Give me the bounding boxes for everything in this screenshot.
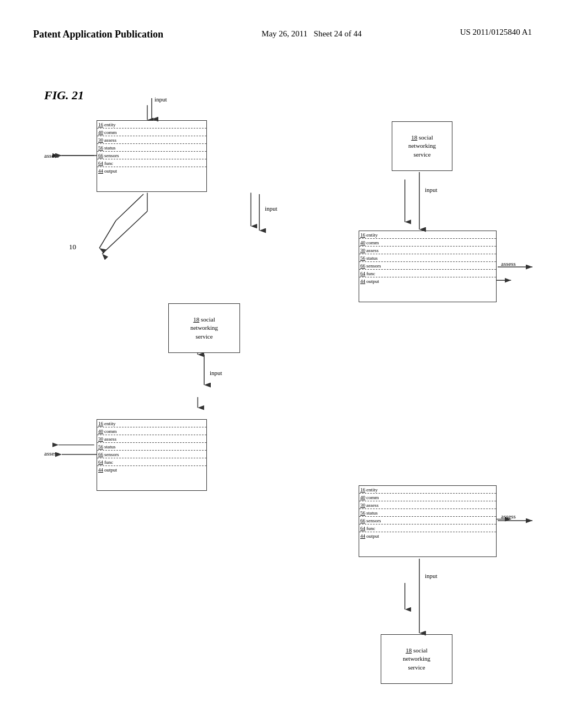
entity-row-56: 56 status <box>97 144 206 152</box>
entity-box-inner-bot-right: 16 entity 40 comm 30 assess 56 status 66 <box>359 486 496 556</box>
sns-box-bot-right: 18 socialnetworkingservice <box>381 634 452 684</box>
br-entity-row-16: 16 entity <box>359 486 496 494</box>
mr-entity-row-16: 16 entity <box>359 231 496 239</box>
patent-number: US 2011/0125840 A1 <box>460 28 532 37</box>
assess-label-top-left: assess <box>44 152 59 159</box>
input-label-top-left: input <box>154 96 167 103</box>
sns-text-mid-left: 18 socialnetworkingservice <box>190 315 218 341</box>
entity-row-30: 30 assess <box>97 136 206 144</box>
entity-box-mid-right: 16 entity 40 comm 30 assess 56 status 66 <box>359 231 497 302</box>
sns-box-mid-left: 18 socialnetworkingservice <box>168 303 240 353</box>
diagram-area: FIG. 21 <box>33 88 543 706</box>
mr-entity-row-56: 56 status <box>359 254 496 262</box>
br-entity-row-56: 56 status <box>359 509 496 517</box>
mr-entity-row-40: 40 comm <box>359 239 496 247</box>
page-header: Patent Application Publication May 26, 2… <box>0 28 565 41</box>
bl-entity-row-64: 64 func <box>97 458 206 466</box>
publication-date: May 26, 2011 <box>262 29 307 38</box>
br-entity-row-44: 44 output <box>359 532 496 540</box>
entity-box-inner-top-left: 16 entity 40 comm 30 assess 56 status 66 <box>97 121 206 191</box>
input-label-tl-2: input <box>265 205 278 212</box>
entity-row-66: 66 sensors <box>97 152 206 159</box>
br-entity-row-40: 40 comm <box>359 494 496 501</box>
br-entity-row-64: 64 func <box>359 524 496 532</box>
br-entity-row-30: 30 assess <box>359 501 496 509</box>
entity-row-16: 16 entity <box>97 121 206 129</box>
entity-row-44: 44 output <box>97 167 206 175</box>
bl-entity-row-44: 44 output <box>97 466 206 474</box>
br-entity-row-66: 66 sensors <box>359 517 496 524</box>
assess-label-mid-right: assess <box>501 260 516 267</box>
sheet-info: May 26, 2011 Sheet 24 of 44 <box>262 28 362 40</box>
input-label-mid-left: input <box>210 370 222 376</box>
sheet-number: Sheet 24 of 44 <box>314 29 362 38</box>
sns-text-bot-right: 18 socialnetworkingservice <box>403 646 430 672</box>
page: Patent Application Publication May 26, 2… <box>0 0 565 728</box>
entity-box-bot-right: 16 entity 40 comm 30 assess 56 status 66 <box>359 485 497 557</box>
mr-entity-row-44: 44 output <box>359 277 496 285</box>
bl-entity-row-66: 66 sensors <box>97 451 206 458</box>
svg-line-23 <box>116 194 143 221</box>
mr-entity-row-66: 66 sensors <box>359 262 496 270</box>
bl-entity-row-56: 56 status <box>97 443 206 451</box>
assess-label-bot-right: assess <box>501 513 516 520</box>
entity-row-40: 40 comm <box>97 129 206 136</box>
entity-box-inner-mid-right: 16 entity 40 comm 30 assess 56 status 66 <box>359 231 496 302</box>
bl-entity-row-40: 40 comm <box>97 427 206 435</box>
bl-entity-row-30: 30 assess <box>97 435 206 443</box>
input-label-top-right: input <box>425 186 438 193</box>
figure-label: FIG. 21 <box>44 88 84 103</box>
mr-entity-row-64: 64 func <box>359 270 496 277</box>
input-label-bot-right: input <box>425 572 438 579</box>
entity-box-bot-left: 16 entity 40 comm 30 assess 56 status 66 <box>97 419 207 491</box>
publication-title: Patent Application Publication <box>33 28 163 41</box>
entity-box-top-left: 16 entity 40 comm 30 assess 56 status 66 <box>97 120 207 192</box>
mr-entity-row-30: 30 assess <box>359 247 496 254</box>
sns-text-top-right: 18 socialnetworkingservice <box>408 133 436 159</box>
bl-entity-row-16: 16 entity <box>97 420 206 427</box>
svg-line-24 <box>99 221 116 248</box>
diagram-number-label: 10 <box>69 243 76 251</box>
svg-line-7 <box>102 211 147 254</box>
entity-row-64: 64 func <box>97 159 206 167</box>
sns-box-top-right: 18 socialnetworkingservice <box>392 121 452 171</box>
assess-label-bot-left: assess <box>44 450 59 457</box>
entity-box-inner-bot-left: 16 entity 40 comm 30 assess 56 status 66 <box>97 420 206 490</box>
